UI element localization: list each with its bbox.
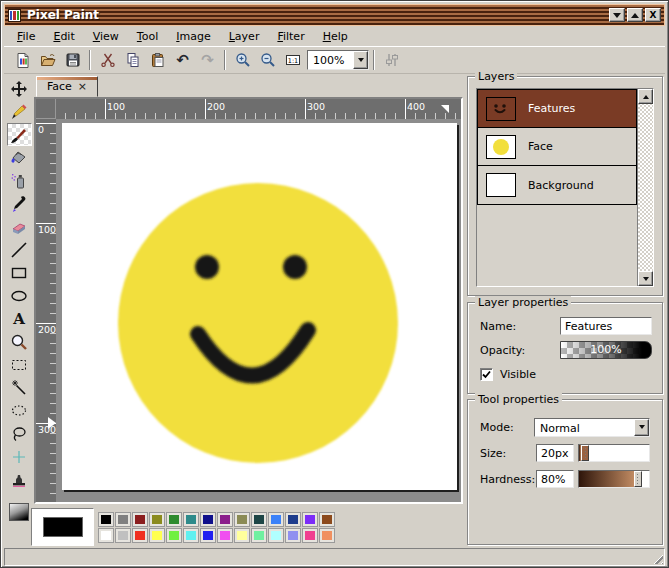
ellipse-tool-button[interactable] [7,284,32,307]
palette-swatch[interactable] [149,528,165,543]
menu-tool[interactable]: Tool [128,28,167,45]
palette-swatch[interactable] [302,512,318,527]
palette-swatch[interactable] [132,528,148,543]
palette-swatch[interactable] [217,528,233,543]
mode-combobox[interactable]: Normal [534,418,650,437]
menu-view[interactable]: View [84,28,128,45]
menu-file[interactable]: File [8,28,44,45]
palette-swatch[interactable] [319,512,335,527]
palette-swatch[interactable] [183,528,199,543]
status-bar [4,548,665,566]
magic-wand-tool-button[interactable] [7,376,32,399]
palette-swatch[interactable] [285,528,301,543]
cut-button[interactable] [95,48,120,72]
brush-tool-button[interactable] [7,123,32,146]
fill-tool-button[interactable] [7,146,32,169]
palette-swatch[interactable] [217,512,233,527]
canvas-viewport[interactable] [56,119,461,502]
lasso-tool-button[interactable] [7,399,32,422]
palette-swatch[interactable] [98,528,114,543]
scroll-down-button[interactable] [638,271,653,286]
title-bar[interactable]: Pixel Paint X [4,4,665,26]
layers-scrollbar[interactable] [638,89,653,286]
pencil-tool-button[interactable] [7,100,32,123]
palette-swatch[interactable] [234,528,250,543]
close-button[interactable]: X [645,8,661,22]
palette-swatch[interactable] [98,512,114,527]
size-slider[interactable] [578,444,650,462]
polygon-lasso-tool-button[interactable] [7,422,32,445]
rectangle-tool-button[interactable] [7,261,32,284]
layer-name-input[interactable] [560,317,652,335]
visible-checkbox[interactable] [480,368,493,381]
opacity-slider[interactable]: 100% [560,341,652,359]
palette-swatch[interactable] [268,528,284,543]
menu-image[interactable]: Image [167,28,219,45]
current-color-swatch[interactable] [43,517,83,537]
zoom-out-button[interactable] [255,48,280,72]
tab-close-icon[interactable]: × [78,80,87,93]
menu-edit[interactable]: Edit [44,28,83,45]
adjust-button[interactable] [379,48,404,72]
layer-row-background[interactable]: Background [478,166,636,204]
tab-face[interactable]: Face × [36,76,98,97]
mode-combo-arrow-button[interactable] [634,419,649,436]
palette-swatch[interactable] [183,512,199,527]
hardness-slider-thumb[interactable] [634,471,642,487]
scroll-up-button[interactable] [638,89,653,104]
palette-swatch[interactable] [285,512,301,527]
palette-swatch[interactable] [166,528,182,543]
palette-swatch[interactable] [251,528,267,543]
actual-size-button[interactable]: 1:1 [280,48,305,72]
airbrush-tool-button[interactable] [7,169,32,192]
gradient-swatch[interactable] [9,503,29,521]
magnifier-tool-button[interactable] [7,330,32,353]
palette-swatch[interactable] [166,512,182,527]
eyedropper-tool-button[interactable] [7,192,32,215]
line-tool-button[interactable] [7,238,32,261]
palette-swatch[interactable] [234,512,250,527]
text-tool-button[interactable]: A [7,307,32,330]
redo-button[interactable]: ↷ [195,48,220,72]
zoom-in-button[interactable] [230,48,255,72]
palette-swatch[interactable] [115,512,131,527]
palette-swatch[interactable] [200,512,216,527]
palette-swatch[interactable] [251,512,267,527]
zoom-level-combobox[interactable]: 100% [307,50,369,70]
canvas[interactable] [62,123,457,490]
ruler-marker [441,105,449,113]
palette-swatch[interactable] [132,512,148,527]
new-button[interactable] [10,48,35,72]
minimize-button[interactable] [609,8,625,22]
palette-swatch[interactable] [115,528,131,543]
rect-select-tool-button[interactable] [7,353,32,376]
zoom-combo-arrow-button[interactable] [353,51,368,69]
size-input[interactable] [536,444,574,462]
resize-grip[interactable] [651,552,663,564]
palette-swatch[interactable] [319,528,335,543]
menu-help[interactable]: Help [314,28,357,45]
layer-thumbnail [486,97,516,121]
crosshair-tool-button[interactable] [7,445,32,468]
menu-layer[interactable]: Layer [220,28,269,45]
eraser-tool-button[interactable] [7,215,32,238]
size-slider-thumb[interactable] [581,445,589,461]
open-button[interactable] [35,48,60,72]
undo-button[interactable]: ↶ [170,48,195,72]
visible-label: Visible [500,368,536,381]
stamp-tool-button[interactable] [7,468,32,491]
palette-swatch[interactable] [302,528,318,543]
move-tool-button[interactable] [7,77,32,100]
hardness-input[interactable] [536,470,574,488]
hardness-slider[interactable] [578,470,650,488]
save-button[interactable] [60,48,85,72]
palette-swatch[interactable] [200,528,216,543]
layer-row-face[interactable]: Face [478,128,636,166]
copy-button[interactable] [120,48,145,72]
layer-row-features[interactable]: Features [478,90,636,128]
maximize-button[interactable] [627,8,643,22]
palette-swatch[interactable] [268,512,284,527]
paste-button[interactable] [145,48,170,72]
palette-swatch[interactable] [149,512,165,527]
menu-filter[interactable]: Filter [268,28,313,45]
